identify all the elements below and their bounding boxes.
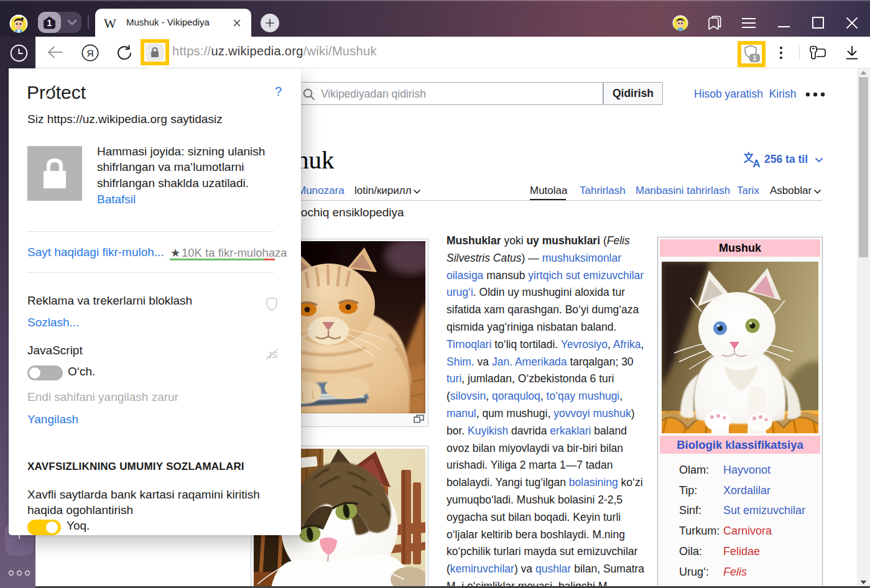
svg-text:JS: JS xyxy=(267,350,277,360)
svg-text:Я: Я xyxy=(86,48,93,58)
svg-text:A: A xyxy=(752,158,760,168)
svg-text:1: 1 xyxy=(47,18,52,28)
svg-text:1: 1 xyxy=(752,54,757,62)
